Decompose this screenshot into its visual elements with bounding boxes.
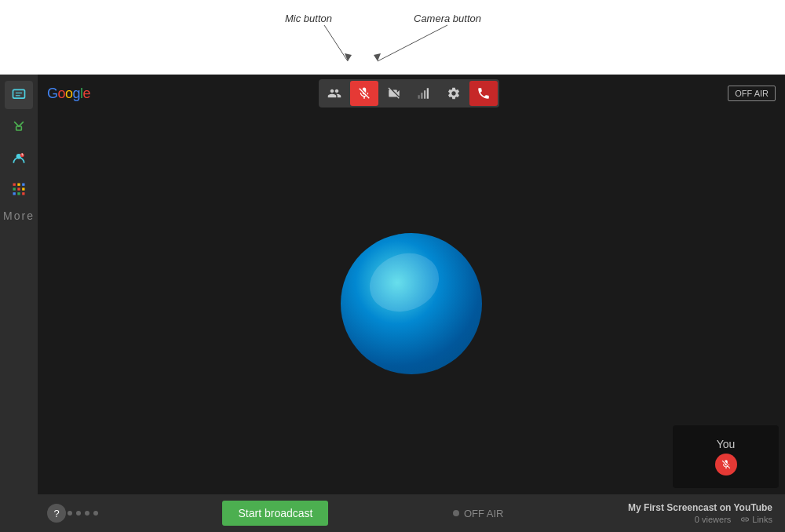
sidebar: More	[0, 75, 38, 532]
svg-rect-15	[418, 95, 420, 99]
off-air-badge: OFF AIR	[728, 86, 776, 101]
mic-button[interactable]	[350, 81, 378, 106]
camera-arrow-head	[374, 53, 381, 61]
dot-4	[76, 511, 81, 516]
annotation-arrows: Mic button Camera button	[0, 0, 785, 75]
main-container: More Google	[0, 75, 785, 532]
svg-rect-16	[421, 93, 422, 99]
signal-button[interactable]	[410, 81, 438, 106]
camera-arrow-line	[378, 25, 447, 61]
you-panel: You	[673, 425, 779, 488]
viewers-count: 0 viewers	[695, 515, 731, 524]
svg-rect-7	[17, 184, 20, 186]
dot-3	[68, 511, 72, 516]
top-bar: Google	[38, 75, 785, 112]
svg-rect-3	[16, 126, 22, 130]
end-call-button[interactable]	[469, 81, 498, 106]
camera-annotation-text: Camera button	[414, 13, 481, 24]
sidebar-item-hangouts[interactable]	[5, 144, 33, 172]
mic-arrow-line	[324, 25, 348, 61]
globe-highlight	[361, 243, 447, 320]
you-label: You	[717, 438, 736, 450]
globe-visual	[341, 233, 482, 374]
svg-rect-9	[13, 188, 16, 190]
toolbar	[319, 79, 499, 107]
svg-rect-8	[22, 184, 24, 186]
svg-rect-13	[17, 192, 20, 195]
dot-5	[85, 511, 89, 516]
svg-rect-17	[424, 90, 425, 99]
google-logo: Google	[47, 86, 90, 102]
links-item[interactable]: Links	[740, 515, 772, 524]
svg-rect-0	[13, 89, 25, 98]
bottom-bar: Start broadcast OFF AIR My First Screenc…	[38, 494, 785, 532]
off-air-status-dot	[453, 510, 459, 516]
svg-rect-10	[17, 188, 20, 190]
broadcast-info: My First Screencast on YouTube 0 viewers…	[628, 502, 772, 524]
svg-rect-18	[427, 88, 429, 99]
svg-rect-11	[22, 188, 24, 190]
help-button[interactable]: ?	[47, 504, 66, 523]
svg-rect-14	[22, 192, 24, 195]
annotation-area: Mic button Camera button	[0, 0, 785, 75]
start-broadcast-button[interactable]: Start broadcast	[222, 501, 328, 526]
content-area: Google	[38, 75, 785, 532]
svg-rect-6	[13, 184, 16, 186]
broadcast-meta: 0 viewers Links	[628, 515, 772, 524]
mic-arrow-head	[345, 53, 352, 61]
svg-rect-12	[13, 192, 16, 195]
dot-6	[93, 511, 98, 516]
mic-annotation-text: Mic button	[285, 13, 332, 24]
video-area: You	[38, 112, 785, 494]
off-air-status: OFF AIR	[453, 508, 504, 519]
broadcast-title: My First Screencast on YouTube	[628, 502, 772, 513]
camera-button[interactable]	[380, 81, 408, 106]
settings-button[interactable]	[440, 81, 468, 106]
participants-button[interactable]	[320, 81, 349, 106]
sidebar-item-apps[interactable]	[5, 175, 33, 203]
sidebar-item-chat[interactable]	[5, 81, 33, 109]
you-mic-button[interactable]	[715, 454, 737, 476]
sidebar-more-dots[interactable]: More	[3, 210, 35, 222]
off-air-status-label: OFF AIR	[464, 508, 504, 519]
sidebar-item-present[interactable]	[5, 112, 33, 140]
